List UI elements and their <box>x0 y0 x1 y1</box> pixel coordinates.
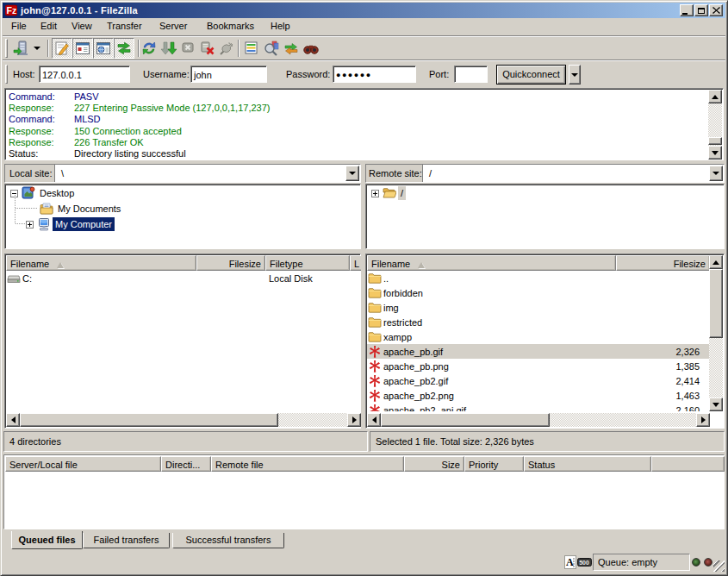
remote-site-combo[interactable]: Remote site: / <box>365 164 725 183</box>
file-row[interactable]: apache_pb.png1,385 <box>367 359 710 373</box>
toggle-queue-button[interactable] <box>114 38 134 59</box>
host-input[interactable]: 127.0.0.1 <box>39 66 130 83</box>
column-header-filetype[interactable]: Filetype <box>265 255 350 271</box>
file-row[interactable]: apache_pb2_ani.gif2,160 <box>367 403 710 411</box>
find-files-button[interactable] <box>302 40 320 57</box>
queue-header: Server/Local file Directi... Remote file… <box>5 456 725 472</box>
menu-transfer[interactable]: Transfer <box>105 18 144 34</box>
local-hscrollbar-thumb[interactable] <box>20 413 278 427</box>
menu-view[interactable]: View <box>70 18 94 34</box>
local-list-body: C:Local Disk <box>6 271 347 413</box>
expand-icon[interactable] <box>371 190 379 197</box>
toolbar-separator <box>238 40 240 57</box>
menu-edit[interactable]: Edit <box>39 18 59 34</box>
scroll-left-button[interactable] <box>6 413 20 427</box>
toggle-local-tree-button[interactable] <box>72 38 93 59</box>
cancel-button[interactable] <box>180 40 197 57</box>
file-row[interactable]: apache_pb2.png1,463 <box>367 388 710 403</box>
log-line-message: 226 Transfer OK <box>74 137 144 148</box>
file-name: apache_pb2_ani.gif <box>383 405 466 412</box>
my-computer-icon <box>37 217 51 231</box>
toolbar-separator <box>47 40 49 57</box>
column-header-status[interactable]: Status <box>524 456 651 472</box>
remote-vscrollbar-thumb[interactable] <box>709 269 723 338</box>
column-header-priority[interactable]: Priority <box>464 456 524 472</box>
menu-bookmarks[interactable]: Bookmarks <box>205 18 256 34</box>
scroll-left-button[interactable] <box>367 413 381 427</box>
file-row[interactable]: forbidden <box>367 285 710 300</box>
scroll-up-button[interactable] <box>709 255 723 269</box>
log-scrollbar-thumb[interactable] <box>708 137 722 145</box>
remote-list-vscrollbar[interactable] <box>709 255 723 411</box>
column-header-remote-file[interactable]: Remote file <box>211 456 404 472</box>
quickconnect-button[interactable]: Quickconnect <box>496 65 566 85</box>
local-list-header: Filename Filesize Filetype L <box>6 255 361 271</box>
column-header-filesize[interactable]: Filesize <box>616 255 710 271</box>
scroll-down-button[interactable] <box>709 398 723 411</box>
menu-server[interactable]: Server <box>158 18 189 34</box>
log-line: Response:227 Entering Passive Mode (127,… <box>9 103 54 114</box>
file-row[interactable]: img <box>367 300 710 315</box>
refresh-button[interactable] <box>140 40 158 57</box>
site-manager-button[interactable] <box>12 40 29 57</box>
scroll-right-button[interactable] <box>347 413 361 427</box>
scroll-down-button[interactable] <box>708 146 722 160</box>
directory-comparison-button[interactable] <box>263 40 280 57</box>
password-input[interactable]: ●●●●●● <box>333 66 416 83</box>
file-row[interactable]: .. <box>367 271 710 285</box>
queue-status: Queue: empty <box>593 554 690 571</box>
file-row[interactable]: restricted <box>367 315 710 329</box>
scroll-right-button[interactable] <box>696 413 710 427</box>
remote-site-dropdown-button[interactable] <box>709 166 723 181</box>
minimize-button[interactable] <box>680 4 694 16</box>
expand-icon[interactable] <box>26 221 34 229</box>
toggle-log-button[interactable] <box>52 38 72 59</box>
quickbar-gripper[interactable] <box>5 65 8 84</box>
local-site-combo[interactable]: Local site: \ <box>4 164 361 183</box>
port-input[interactable] <box>454 66 488 83</box>
toolbar-gripper[interactable] <box>5 39 8 58</box>
column-header-direction[interactable]: Directi... <box>161 456 211 472</box>
tree-item-my-computer[interactable]: My Computer <box>26 216 115 232</box>
disconnect-button[interactable] <box>199 40 216 57</box>
column-header-last-modified[interactable]: L <box>350 255 361 271</box>
sort-ascending-icon <box>57 262 64 268</box>
menu-help[interactable]: Help <box>269 18 292 34</box>
menu-file[interactable]: File <box>9 18 28 34</box>
scroll-up-button[interactable] <box>708 90 722 103</box>
maximize-button[interactable] <box>694 4 708 16</box>
site-manager-dropdown[interactable] <box>31 40 43 57</box>
column-header-filename[interactable]: Filename <box>367 255 616 271</box>
column-header-filesize[interactable]: Filesize <box>196 255 265 271</box>
username-input[interactable]: john <box>190 66 267 83</box>
column-header-filename[interactable]: Filename <box>6 255 196 271</box>
tab-failed-transfers[interactable]: Failed transfers <box>83 533 170 548</box>
column-header-size[interactable]: Size <box>404 456 464 472</box>
column-header-empty[interactable] <box>651 456 725 472</box>
local-site-dropdown-button[interactable] <box>345 166 359 181</box>
file-row[interactable]: apache_pb.gif2,326 <box>367 344 710 359</box>
remote-hscrollbar-thumb[interactable] <box>381 413 550 427</box>
tab-successful-transfers[interactable]: Successful transfers <box>172 533 284 548</box>
tree-item-desktop[interactable]: Desktop <box>10 185 77 201</box>
tree-item-label: Desktop <box>37 186 77 200</box>
resize-grip[interactable] <box>713 560 725 572</box>
quickconnect-dropdown[interactable] <box>569 65 581 85</box>
synchronized-browsing-button[interactable] <box>283 40 300 57</box>
column-header-server-local-file[interactable]: Server/Local file <box>5 456 161 472</box>
tree-item-root[interactable]: / <box>371 185 406 201</box>
remote-list-hscrollbar[interactable] <box>367 413 710 427</box>
arrow-down-icon <box>712 403 719 407</box>
reconnect-button[interactable] <box>218 40 235 57</box>
toggle-remote-tree-button[interactable] <box>93 38 114 59</box>
log-scrollbar[interactable] <box>708 90 722 160</box>
file-row[interactable]: C:Local Disk <box>6 271 347 285</box>
local-list-hscrollbar[interactable] <box>6 413 361 427</box>
tree-item-my-documents[interactable]: My Documents <box>36 201 123 216</box>
process-queue-button[interactable] <box>160 40 177 57</box>
file-row[interactable]: apache_pb2.gif2,414 <box>367 373 710 388</box>
filter-button[interactable] <box>243 40 260 57</box>
tab-queued-files[interactable]: Queued files <box>11 531 83 549</box>
file-row[interactable]: xampp <box>367 329 710 344</box>
close-button[interactable] <box>709 4 723 16</box>
